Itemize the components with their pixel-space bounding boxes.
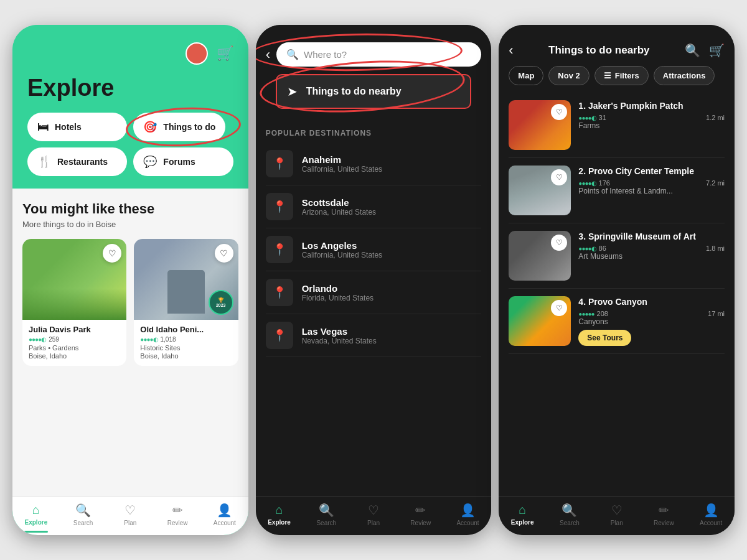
search-bar-icon: 🔍 [286, 49, 299, 60]
nav-search-3[interactable]: 🔍 Search [546, 503, 593, 526]
review-nav-icon-2: ✏ [415, 503, 426, 518]
julia-location: Boise, Idaho [29, 352, 120, 360]
julia-type: Parks • Gardens [29, 344, 120, 352]
dest-anaheim[interactable]: 📍 Anaheim California, United States [266, 142, 482, 185]
explore-header: 🛒 [12, 25, 248, 75]
canyon-name: 4. Provo Canyon [578, 296, 725, 307]
prison-location: Boise, Idaho [140, 352, 232, 360]
search-placeholder: Where to? [304, 49, 347, 60]
nav-account-3[interactable]: 👤 Account [687, 503, 735, 526]
nav-account-2[interactable]: 👤 Account [444, 503, 492, 526]
hotels-icon: 🛏 [37, 121, 49, 134]
attraction-4: ♡ 4. Provo Canyon ●●●●● 208 17 mi [509, 289, 725, 354]
cart-icon[interactable]: 🛒 [217, 45, 233, 62]
museum-stars-row: ●●●●◐ 86 1.8 mi [578, 245, 725, 252]
attraction-3: ♡ 3. Springville Museum of Art ●●●●◐ 86 [509, 223, 725, 289]
plan-nav-label-2: Plan [367, 520, 380, 526]
dest-scottsdale[interactable]: 📍 Scottsdale Arizona, United States [266, 185, 482, 228]
search-nav-icon-3: 🔍 [561, 503, 577, 518]
pumpkin-image: ♡ [509, 100, 571, 150]
pumpkin-name: 1. Jaker's Pumpkin Patch [578, 100, 725, 111]
plan-nav-icon-2: ♡ [368, 503, 379, 518]
julia-stars: ●●●●◐ [29, 336, 46, 343]
restaurants-button[interactable]: 🍴 Restaurants [27, 147, 127, 176]
canyon-distance: 17 mi [708, 310, 725, 317]
filters-button[interactable]: ☰ Filters [594, 66, 649, 85]
bottom-nav-3: ⌂ Explore 🔍 Search ♡ Plan ✏ Review 👤 [499, 496, 735, 535]
scottsdale-name: Scottsdale [302, 197, 376, 208]
nav-explore-3[interactable]: ⌂ Explore [499, 503, 546, 526]
plan-nav-icon: ♡ [125, 503, 136, 518]
dest-las-vegas[interactable]: 📍 Las Vegas Nevada, United States [266, 314, 482, 357]
prison-type: Historic Sites [140, 344, 232, 352]
cart-header-icon[interactable]: 🛒 [709, 43, 725, 58]
account-nav-label-2: Account [456, 520, 479, 526]
hotels-button[interactable]: 🛏 Hotels [27, 113, 127, 141]
nav-explore-2[interactable]: ⌂ Explore [256, 503, 303, 526]
nearby-suggestion[interactable]: ➤ Things to do nearby [276, 74, 472, 109]
julia-name: Julia Davis Park [29, 325, 120, 334]
nav-underline [24, 531, 48, 533]
prison-favorite-button[interactable]: ♡ [215, 244, 233, 263]
forums-button[interactable]: 💬 Forums [133, 147, 233, 176]
museum-image: ♡ [509, 231, 571, 281]
anaheim-info: Anaheim California, United States [302, 154, 382, 174]
search-screen: ‹ 🔍 Where to? ➤ Things to do nearby POPU… [256, 25, 492, 535]
account-nav-label: Account [214, 520, 236, 526]
attraction-2: ♡ 2. Provo City Center Temple ●●●●◐ 176 [509, 158, 725, 223]
explore-nav-label-2: Explore [268, 519, 291, 526]
map-filter[interactable]: Map [509, 66, 543, 85]
julia-info: Julia Davis Park ●●●●◐ 259 Parks • Garde… [22, 320, 126, 366]
nav-review-3[interactable]: ✏ Review [641, 503, 688, 526]
avatar[interactable] [186, 42, 208, 65]
nav-search-1[interactable]: 🔍 Search [60, 503, 107, 526]
anaheim-icon: 📍 [266, 150, 293, 177]
nav-review-2[interactable]: ✏ Review [397, 503, 444, 526]
popular-section: POPULAR DESTINATIONS 📍 Anaheim Californi… [256, 129, 492, 357]
account-nav-icon-3: 👤 [703, 503, 719, 518]
temple-stars-row: ●●●●◐ 176 7.2 mi [578, 179, 725, 187]
nav-plan-3[interactable]: ♡ Plan [593, 503, 641, 526]
things-to-do-button[interactable]: 🎯 Things to do [133, 113, 225, 141]
pumpkin-info: 1. Jaker's Pumpkin Patch ●●●●◐ 31 1.2 mi… [578, 100, 725, 130]
temple-stars: ●●●●◐ [578, 180, 596, 187]
things-to-do-screen: ‹ Things to do nearby 🔍 🛒 Map Nov 2 ☰ Fi… [499, 25, 735, 535]
nav-account-1[interactable]: 👤 Account [201, 503, 248, 526]
explore-nav-label-3: Explore [511, 519, 534, 526]
temple-info: 2. Provo City Center Temple ●●●●◐ 176 7.… [578, 166, 725, 195]
scottsdale-sub: Arizona, United States [302, 208, 376, 217]
back-button-3[interactable]: ‹ [509, 42, 513, 58]
temple-image: ♡ [509, 166, 571, 215]
canyon-stars-row: ●●●●● 208 17 mi [578, 310, 725, 317]
nav-plan-1[interactable]: ♡ Plan [106, 503, 154, 526]
filters-icon: ☰ [604, 71, 611, 80]
search-nav-icon-2: 🔍 [319, 503, 334, 518]
review-nav-label-2: Review [410, 520, 431, 526]
la-info: Los Angeles California, United States [302, 240, 382, 259]
popular-title: POPULAR DESTINATIONS [266, 129, 482, 138]
nearby-label: Things to do nearby [306, 86, 402, 97]
nav-search-2[interactable]: 🔍 Search [303, 503, 350, 526]
prison-info: Old Idaho Peni... ●●●●◐ 1,018 Historic S… [134, 320, 238, 366]
attractions-filter[interactable]: Attractions [654, 66, 715, 85]
back-button[interactable]: ‹ [266, 47, 270, 63]
date-filter[interactable]: Nov 2 [548, 66, 589, 85]
pumpkin-stars: ●●●●◐ [578, 114, 596, 121]
bottom-nav-1: ⌂ Explore 🔍 Search ♡ Plan ✏ Review � [12, 496, 248, 535]
orlando-info: Orlando Florida, United States [302, 283, 374, 302]
dest-orlando[interactable]: 📍 Orlando Florida, United States [266, 271, 482, 314]
review-nav-label-3: Review [654, 520, 674, 526]
nav-plan-2[interactable]: ♡ Plan [350, 503, 397, 526]
prison-stars-row: ●●●●◐ 1,018 [140, 336, 232, 343]
search-header-icon[interactable]: 🔍 [685, 43, 700, 58]
see-tours-button[interactable]: See Tours [578, 330, 631, 346]
canyon-type: Canyons [578, 317, 725, 326]
phone-1: 🛒 Explore 🛏 Hotels 🎯 Things to do [12, 25, 248, 535]
nav-explore-1[interactable]: ⌂ Explore [12, 503, 60, 526]
canyon-reviews: 208 [597, 310, 608, 317]
dest-los-angeles[interactable]: 📍 Los Angeles California, United States [266, 228, 482, 271]
search-bar[interactable]: 🔍 Where to? [276, 42, 481, 67]
nav-review-1[interactable]: ✏ Review [154, 503, 201, 526]
search-nav-label-3: Search [560, 520, 580, 526]
temple-reviews: 176 [599, 179, 610, 187]
